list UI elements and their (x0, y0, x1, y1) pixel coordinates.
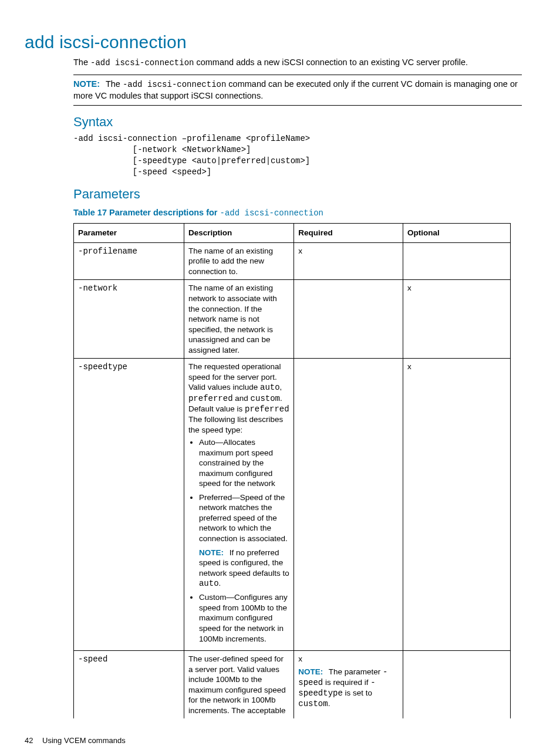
req-note-code3: custom (298, 699, 328, 708)
req-note-post: . (328, 699, 330, 708)
th-optional: Optional (403, 224, 510, 243)
sep2: and (233, 394, 251, 403)
code-default: preferred (245, 404, 289, 414)
note-pre: The (106, 79, 123, 89)
bullet-custom: Custom—Configures any speed from 100Mb t… (199, 592, 289, 644)
intro-pre: The (73, 58, 90, 67)
cell-desc: The user-defined speed for a server port… (184, 651, 294, 719)
table-header-row: Parameter Description Required Optional (74, 224, 511, 243)
bullet-preferred: Preferred—Speed of the network matches t… (199, 492, 289, 589)
req-note-mid: is required if (323, 678, 370, 687)
page-title: add iscsi-connection (25, 31, 522, 53)
req-note-mid2: is set to (343, 688, 372, 697)
post2: The following list describes the speed t… (188, 415, 283, 434)
cell-desc: The requested operational speed for the … (184, 359, 294, 651)
cell-optional: x (403, 280, 510, 359)
note-block: NOTE: The -add iscsi-connection command … (73, 75, 522, 106)
cell-required (294, 280, 403, 359)
required-note: NOTE: The parameter -speed is required i… (298, 667, 399, 710)
cell-param: -network (74, 280, 184, 359)
th-parameter: Parameter (74, 224, 184, 243)
inner-note-code: auto (199, 579, 219, 588)
table-row: -speed The user-defined speed for a serv… (74, 651, 511, 719)
sep1: , (280, 383, 282, 391)
bullet-preferred-note: NOTE: If no preferred speed is configure… (199, 548, 289, 589)
bullet-auto: Auto—Allocates maximum port speed constr… (199, 437, 289, 489)
note-label: NOTE: (73, 79, 100, 89)
table-row: -speedtype The requested operational spe… (74, 359, 511, 651)
code-preferred: preferred (188, 394, 233, 403)
note-code: -add iscsi-connection (123, 80, 226, 89)
caption-pre: Table 17 Parameter descriptions for (73, 208, 220, 217)
table-caption: Table 17 Parameter descriptions for -add… (73, 207, 522, 218)
intro-post: command adds a new iSCSI connection to a… (194, 58, 468, 67)
cell-optional (403, 242, 510, 280)
req-note-pre: The parameter (329, 667, 383, 676)
req-note-label: NOTE: (298, 667, 323, 676)
table-row: -network The name of an existing network… (74, 280, 511, 359)
code-auto: auto (260, 383, 280, 392)
cell-required: x NOTE: The parameter -speed is required… (294, 651, 403, 719)
parameters-table: Parameter Description Required Optional … (73, 223, 511, 718)
cell-desc: The name of an existing profile to add t… (184, 242, 294, 280)
inner-note-post: . (219, 579, 221, 588)
cell-optional: x (403, 359, 510, 651)
table-row: -profilename The name of an existing pro… (74, 242, 511, 280)
parameters-heading: Parameters (73, 186, 522, 203)
speedtype-bullets: Auto—Allocates maximum port speed constr… (188, 437, 289, 644)
cell-optional (403, 651, 510, 719)
intro-code: -add iscsi-connection (90, 58, 194, 67)
footer-section: Using VCEM commands (42, 736, 126, 745)
cell-param: -speedtype (74, 359, 184, 651)
page-footer: 42 Using VCEM commands (25, 736, 522, 746)
intro-paragraph: The -add iscsi-connection command adds a… (73, 57, 522, 69)
inner-note-label: NOTE: (199, 548, 224, 557)
th-description: Description (184, 224, 294, 243)
caption-code: -add iscsi-connection (220, 208, 323, 218)
cell-desc: The name of an existing network to assoc… (184, 280, 294, 359)
syntax-block: -add iscsi-connection –profilename <prof… (73, 133, 522, 178)
th-required: Required (294, 224, 403, 243)
code-custom: custom (251, 394, 280, 403)
cell-param: -speed (74, 651, 184, 719)
page-number: 42 (25, 736, 33, 745)
cell-required: x (294, 242, 403, 280)
bullet-preferred-text: Preferred—Speed of the network matches t… (199, 493, 288, 543)
syntax-heading: Syntax (73, 114, 522, 131)
cell-param: -profilename (74, 242, 184, 280)
cell-required (294, 359, 403, 651)
required-x: x (298, 654, 399, 664)
